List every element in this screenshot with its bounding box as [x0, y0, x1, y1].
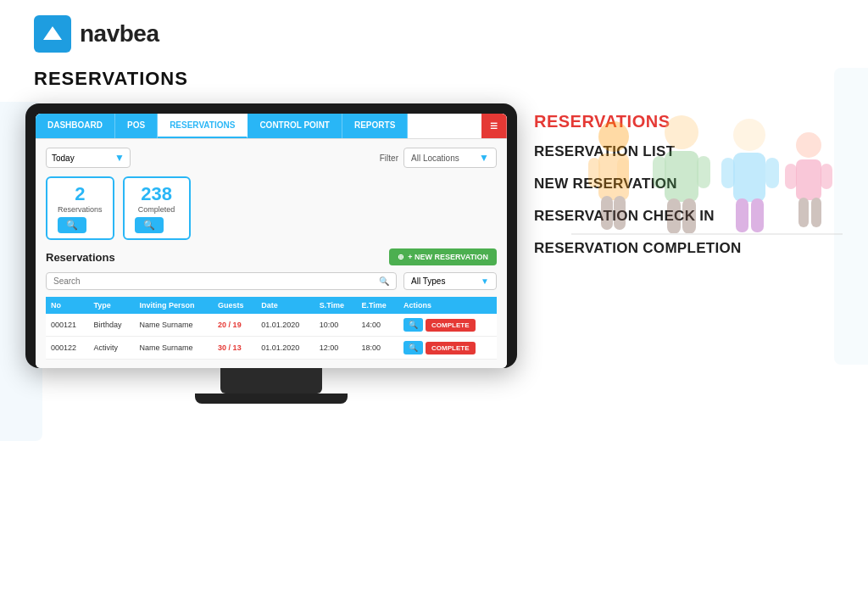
location-value: All Locations	[411, 154, 459, 163]
tab-dashboard[interactable]: DASHBOARD	[36, 114, 115, 138]
cell-type: Birthday	[89, 314, 135, 337]
filter-right: Filter All Locations ▼	[380, 148, 497, 168]
table-row: 000121 Birthday Name Surname 20 / 19 01.…	[46, 314, 497, 337]
cell-date: 01.01.2020	[256, 314, 314, 337]
reservations-section-header: Reservations ⊕ + NEW RESERVATION	[46, 248, 497, 265]
cell-type: Activity	[89, 337, 135, 360]
monitor-stand	[220, 368, 322, 394]
main-layout: DASHBOARD POS RESERVATIONS CONTROL POINT…	[0, 103, 868, 404]
stats-row: 2 Reservations 🔍 238 Completed 🔍	[46, 176, 497, 240]
svg-rect-6	[601, 196, 613, 230]
svg-rect-11	[697, 156, 710, 188]
col-date: Date	[256, 297, 314, 314]
stat-search-button-reservations[interactable]: 🔍	[58, 217, 86, 233]
type-value: All Types	[411, 276, 445, 286]
svg-rect-4	[588, 158, 600, 187]
cell-no: 000121	[46, 314, 89, 337]
svg-point-8	[665, 115, 698, 149]
cell-stime: 12:00	[314, 337, 357, 360]
new-reservation-button[interactable]: ⊕ + NEW RESERVATION	[389, 248, 497, 265]
svg-rect-23	[821, 164, 832, 189]
svg-point-20	[796, 132, 821, 158]
screen-content: Today ▼ Filter All Locations ▼	[36, 139, 507, 368]
stat-label-reservations: Reservations	[58, 205, 103, 214]
search-input[interactable]	[53, 276, 379, 286]
col-inviting: Inviting Person	[135, 297, 214, 314]
svg-rect-25	[811, 198, 821, 227]
svg-rect-22	[785, 164, 797, 189]
col-stime: S.Time	[314, 297, 357, 314]
date-value: Today	[52, 154, 75, 163]
svg-rect-13	[682, 198, 696, 234]
monitor-screen: DASHBOARD POS RESERVATIONS CONTROL POINT…	[36, 114, 507, 368]
location-arrow-icon: ▼	[479, 152, 489, 164]
cell-actions: 🔍 COMPLETE	[398, 314, 497, 337]
svg-rect-5	[617, 158, 629, 187]
reservations-table: No Type Inviting Person Guests Date S.Ti…	[46, 297, 497, 360]
cell-etime: 18:00	[356, 337, 398, 360]
col-etime: E.Time	[356, 297, 398, 314]
row-search-button[interactable]: 🔍	[403, 341, 423, 354]
nav-tabs: DASHBOARD POS RESERVATIONS CONTROL POINT…	[36, 114, 507, 139]
plus-icon: ⊕	[398, 253, 404, 261]
col-no: No	[46, 297, 89, 314]
svg-rect-16	[721, 158, 735, 188]
svg-rect-15	[733, 153, 765, 202]
stat-search-button-completed[interactable]: 🔍	[135, 217, 164, 233]
monitor-base	[195, 394, 348, 404]
location-select[interactable]: All Locations ▼	[403, 148, 497, 168]
svg-rect-12	[667, 198, 681, 234]
stat-number-completed: 238	[135, 183, 179, 205]
table-row: 000122 Activity Name Surname 30 / 13 01.…	[46, 337, 497, 360]
logo-text: navbea	[80, 20, 159, 47]
svg-rect-21	[796, 159, 821, 200]
svg-rect-24	[798, 198, 809, 227]
date-arrow-icon: ▼	[114, 152, 125, 164]
right-panel: RESERVATIONS RESERVATION LISTNEW RESERVA…	[534, 103, 843, 272]
filter-label: Filter	[380, 154, 398, 163]
svg-rect-18	[736, 198, 748, 232]
logo-icon	[34, 15, 71, 53]
row-complete-button[interactable]: COMPLETE	[426, 342, 475, 354]
stat-number-reservations: 2	[58, 183, 103, 205]
col-guests: Guests	[213, 297, 256, 314]
svg-rect-7	[614, 196, 626, 230]
reservations-section-title: Reservations	[46, 251, 115, 264]
monitor-wrapper: DASHBOARD POS RESERVATIONS CONTROL POINT…	[25, 103, 517, 404]
stat-card-reservations: 2 Reservations 🔍	[46, 176, 114, 240]
type-arrow-icon: ▼	[481, 276, 489, 286]
filter-row: Today ▼ Filter All Locations ▼	[46, 148, 497, 168]
row-search-button[interactable]: 🔍	[403, 318, 423, 332]
svg-rect-17	[765, 158, 779, 188]
cell-inviting: Name Surname	[135, 314, 214, 337]
cell-etime: 14:00	[356, 314, 398, 337]
tab-reservations[interactable]: RESERVATIONS	[158, 114, 248, 138]
cell-guests: 20 / 19	[213, 314, 256, 337]
search-box: 🔍	[46, 272, 397, 290]
col-actions: Actions	[398, 297, 497, 314]
stat-label-completed: Completed	[135, 205, 179, 214]
tab-reports[interactable]: REPORTS	[342, 114, 408, 138]
search-row: 🔍 All Types ▼	[46, 272, 497, 290]
type-select[interactable]: All Types ▼	[403, 272, 497, 290]
svg-rect-9	[665, 151, 698, 202]
cell-stime: 10:00	[314, 314, 357, 337]
col-type: Type	[89, 297, 135, 314]
new-reservation-label: + NEW RESERVATION	[408, 253, 488, 261]
date-select[interactable]: Today ▼	[46, 148, 131, 168]
people-illustration	[571, 69, 843, 255]
header: navbea	[0, 0, 868, 68]
svg-rect-19	[751, 198, 764, 232]
cell-no: 000122	[46, 337, 89, 360]
svg-rect-10	[653, 156, 666, 188]
table-header-row: No Type Inviting Person Guests Date S.Ti…	[46, 297, 497, 314]
row-complete-button[interactable]: COMPLETE	[426, 319, 475, 332]
tab-menu-icon[interactable]: ☰	[481, 114, 507, 138]
cell-date: 01.01.2020	[256, 337, 314, 360]
tab-control-point[interactable]: CONTROL POINT	[248, 114, 342, 138]
stat-card-completed: 238 Completed 🔍	[123, 176, 191, 240]
search-box-icon: 🔍	[379, 276, 389, 286]
tab-pos[interactable]: POS	[115, 114, 158, 138]
svg-point-2	[598, 121, 629, 152]
svg-point-14	[733, 119, 765, 151]
